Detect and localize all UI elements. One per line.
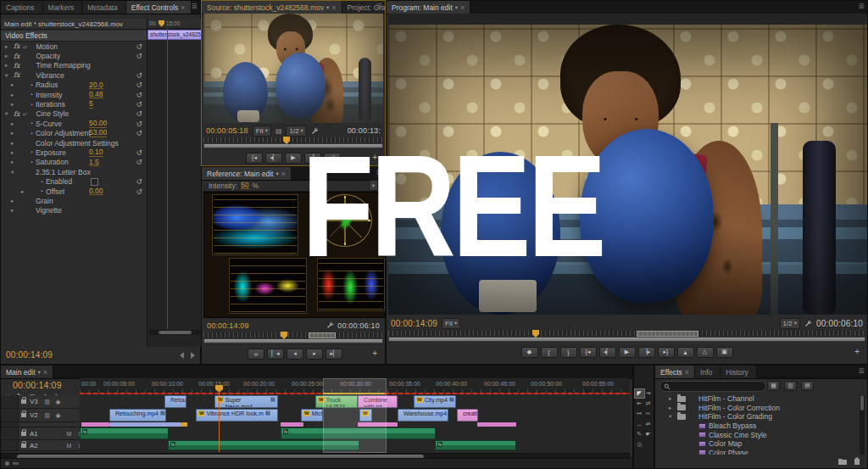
timeline-clip[interactable]: W fx — [359, 409, 372, 422]
reset-icon[interactable]: ↺ — [136, 129, 142, 137]
wrench-icon[interactable] — [804, 320, 812, 327]
param-value[interactable]: 0.48 — [89, 91, 103, 99]
wrench-icon[interactable] — [326, 321, 334, 329]
hand-tool[interactable]: ☛ — [644, 430, 654, 438]
close-icon[interactable]: × — [685, 368, 689, 377]
timeline-clip-strip[interactable] — [281, 422, 303, 427]
track-output-icon[interactable]: ◉ — [54, 412, 62, 419]
effect-controls-timecode[interactable]: 00:00:14:09 — [6, 350, 53, 360]
stopwatch-icon[interactable]: ◔ — [39, 178, 43, 186]
goto-out-button[interactable]: ▸▏ — [326, 349, 342, 360]
tab-source[interactable]: Source: shutterstock_v2482568.mov ▾ × — [202, 1, 342, 14]
stopwatch-icon[interactable]: ◔ — [29, 101, 33, 109]
reset-icon[interactable]: ↺ — [136, 91, 142, 99]
param-checkbox[interactable] — [91, 178, 98, 186]
tab-info[interactable]: Info — [695, 366, 721, 378]
add-marker-button[interactable]: ◆ — [521, 347, 538, 358]
playback-resolution-select[interactable]: 1/2▾ — [780, 318, 800, 329]
stopwatch-icon[interactable]: ◔ — [29, 148, 33, 156]
mute-icon[interactable]: M — [65, 443, 73, 449]
wrench-icon[interactable] — [311, 127, 319, 135]
param-intensity[interactable]: ▸ ▱ ◔ Intensity 0.48 ↺ — [1, 90, 147, 99]
param-offset[interactable]: ▸ ▱ ◔ Offset 0.00 ↺ — [1, 187, 147, 196]
param-color-adjustment-settings[interactable]: ▸ ▱ ◔ Color Adjustment Settings — [1, 138, 147, 148]
lock-icon[interactable] — [21, 399, 26, 404]
bin-hitfilm-color-correction[interactable]: ▸ HitFilm - Color Correction — [659, 404, 857, 413]
reset-icon[interactable]: ↺ — [136, 100, 142, 109]
goto-in-button[interactable]: ▏◂ — [267, 349, 284, 360]
step-back-button[interactable]: ◂▏ — [265, 153, 282, 164]
panel-menu-icon[interactable]: ≣ — [858, 3, 865, 10]
settings-icon[interactable]: ▤ — [275, 127, 282, 135]
reset-icon[interactable]: ↺ — [136, 158, 142, 166]
effects-search-input[interactable] — [673, 382, 762, 390]
razor-tool[interactable]: ✂ — [644, 410, 654, 418]
fx-icon[interactable]: fx — [14, 53, 19, 60]
disclosure-icon[interactable]: ▸ — [5, 53, 11, 59]
lock-icon[interactable] — [21, 413, 26, 417]
panel-menu-icon[interactable]: ≣ — [376, 169, 382, 176]
track-output-icon[interactable]: ◉ — [54, 399, 62, 405]
stopwatch-icon[interactable]: ◔ — [39, 187, 43, 195]
track-header[interactable]: A1 ▥ ◉ M S — [1, 427, 79, 440]
scroll-zoom-bar[interactable] — [203, 143, 383, 148]
step-back-button[interactable]: ◂▏ — [599, 347, 616, 358]
effect-color-map[interactable]: Color Map — [659, 439, 857, 449]
source-video-frame[interactable] — [203, 14, 383, 123]
goto-in-button[interactable]: {◂ — [246, 153, 263, 164]
lock-icon[interactable] — [21, 432, 26, 436]
step-forward-button[interactable]: ▕▸ — [638, 347, 655, 358]
video-effects-header[interactable]: Video Effects ▴ — [1, 31, 155, 42]
panel-menu-icon[interactable]: ≣ — [376, 3, 382, 10]
param-s-curve[interactable]: ▸ ▱ ◔ S-Curve 50.00 ↺ — [1, 119, 147, 128]
button-editor-add[interactable]: + — [367, 152, 382, 163]
zoom-level-select[interactable]: Fit▾ — [442, 318, 460, 329]
timeline-clip-strip[interactable] — [181, 422, 187, 427]
close-icon[interactable]: × — [281, 170, 286, 178]
scope-type-select[interactable]: ▾ — [369, 180, 378, 191]
param-value[interactable]: 53.00 — [89, 129, 107, 137]
timeline-clip[interactable]: Warehouse.mp4 fx — [398, 409, 448, 422]
effect-controls-mini-timeline[interactable]: 00: 15:00 shutterstock_v24825 — [147, 19, 203, 347]
sync-lock-icon[interactable]: ▥ — [43, 399, 51, 405]
param-enabled[interactable]: ▱ ◔ Enabled ↺ — [1, 176, 147, 186]
tab-reference[interactable]: Reference: Main edit ▾ × — [202, 167, 292, 180]
close-icon[interactable]: × — [43, 368, 47, 377]
reset-icon[interactable]: ↺ — [136, 177, 142, 186]
mark-out-button[interactable]: } — [560, 347, 577, 358]
reference-current-timecode[interactable]: 00:00:14:09 — [207, 321, 249, 330]
scroll-zoom-bar[interactable] — [203, 338, 383, 343]
source-current-timecode[interactable]: 00:00:05:18 — [206, 126, 248, 135]
program-scrubber[interactable] — [388, 331, 865, 343]
playback-resolution-select[interactable]: 1/2▾ — [286, 126, 306, 137]
reset-icon[interactable]: ↺ — [136, 42, 142, 51]
filter-32bit-effects[interactable]: ▥ — [784, 381, 797, 391]
track-header[interactable]: V3 ▥ ◉ M S — [1, 395, 79, 409]
lift-button[interactable]: ▲ — [677, 347, 694, 358]
param-saturation[interactable]: ▸ ▱ ◔ Saturation 1.5 ↺ — [1, 158, 147, 167]
disclosure-icon[interactable]: ▾ — [11, 169, 17, 176]
tab-history[interactable]: History — [721, 366, 756, 378]
mini-ruler[interactable]: 00: 15:00 — [147, 19, 203, 29]
reset-icon[interactable]: ↺ — [136, 187, 142, 196]
program-video-frame[interactable] — [388, 25, 867, 315]
mini-scrollbar[interactable] — [149, 330, 201, 335]
timeline-clip[interactable]: creativ fx — [457, 409, 478, 422]
tab-sequence-main-edit[interactable]: Main edit ▾ × — [1, 366, 53, 378]
timeline-clip[interactable]: W Vibrance HDR look.m fx — [196, 409, 278, 422]
timeline-clip[interactable]: W Super Neon.mp4 fx — [214, 395, 278, 408]
reset-icon[interactable]: ↺ — [136, 120, 142, 128]
param-iterations[interactable]: ▸ ▱ ◔ Iterations 5 ↺ — [1, 99, 147, 109]
disclosure-icon[interactable]: ▸ — [669, 395, 675, 402]
disclosure-icon[interactable]: ▸ — [5, 62, 11, 69]
param-value[interactable]: 50.00 — [89, 120, 107, 128]
reset-icon[interactable]: ↺ — [136, 71, 142, 80]
zoom-tool[interactable]: ◎ — [635, 440, 644, 449]
param-letter-box[interactable]: ▾ ▱ ◔ 2.35:1 Letter Box — [1, 167, 147, 176]
timeline-ruler[interactable]: 00:0000:00:05:0000:00:10:0000:00:15:0000… — [80, 378, 630, 394]
track-name[interactable]: V3 — [30, 398, 40, 405]
disclosure-icon[interactable]: ▾ — [5, 110, 11, 117]
effects-search-box[interactable] — [659, 381, 766, 392]
disclosure-icon[interactable]: ▸ — [11, 92, 17, 98]
stopwatch-icon[interactable]: ◔ — [29, 159, 33, 166]
